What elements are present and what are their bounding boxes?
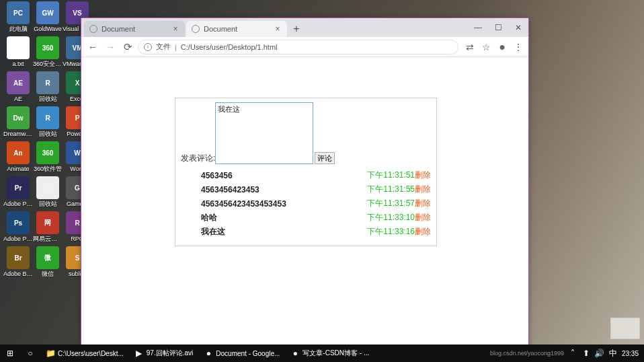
delete-link[interactable]: 删除 <box>415 170 431 181</box>
comment-time: 下午11:31:55 <box>367 184 415 195</box>
comment-text: 4563456423453453453 <box>181 199 315 209</box>
desktop-icon[interactable]: R回收站 <box>34 106 62 137</box>
taskbar-item[interactable]: ●写文章-CSDN博客 - ... <box>285 345 374 362</box>
comment-text: 我在这 <box>181 226 315 238</box>
addr-prefix: 文件 <box>156 42 171 52</box>
comment-text: 4563456423453 <box>181 185 315 194</box>
desktop-icon[interactable]: AnAnimate <box>4 141 32 172</box>
translate-icon[interactable]: ⇄ <box>464 41 476 53</box>
desktop-icon[interactable]: BrAdobe Bridge C <box>4 246 32 277</box>
desktop-icon[interactable]: PC此电脑 <box>4 1 32 32</box>
comment-form: 发表评论: 评论 <box>181 102 431 164</box>
window-controls: — ☐ ✕ <box>468 18 528 37</box>
minimize-button[interactable]: — <box>468 18 488 37</box>
comment-card: 发表评论: 评论 4563456下午11:31:51删除456345642345… <box>175 98 437 246</box>
comment-row: 我在这下午11:33:16删除 <box>181 225 431 239</box>
desktop-icon[interactable]: 网网易云音乐 <box>34 211 62 242</box>
close-icon[interactable]: × <box>274 25 282 33</box>
favicon-icon <box>192 25 200 33</box>
comment-time: 下午11:33:10 <box>367 212 415 223</box>
comment-row: 4563456下午11:31:51删除 <box>181 168 431 182</box>
tab-strip: Document × Document × + — ☐ ✕ <box>81 18 528 37</box>
delete-link[interactable]: 删除 <box>415 184 431 195</box>
close-icon[interactable]: × <box>171 25 179 33</box>
star-icon[interactable]: ☆ <box>480 41 492 53</box>
delete-link[interactable]: 删除 <box>415 198 431 209</box>
desktop-icon[interactable]: AEAE <box>4 71 32 102</box>
tab-document-1[interactable]: Document × <box>84 21 185 37</box>
tab-document-2[interactable]: Document × <box>186 21 287 37</box>
address-bar: ← → ⟳ i 文件 | C:/Users/user/Desktop/1.htm… <box>81 37 528 57</box>
menu-icon[interactable]: ⋮ <box>512 41 524 53</box>
comment-time: 下午11:33:16 <box>367 226 415 238</box>
desktop-icon[interactable]: GWGoldWave <box>34 1 62 32</box>
desktop-icon[interactable]: 微微信 <box>34 246 62 277</box>
delete-link[interactable]: 删除 <box>415 212 431 223</box>
favicon-icon <box>89 25 97 33</box>
browser-window: Document × Document × + — ☐ ✕ ← → ⟳ i 文件… <box>81 17 529 350</box>
start-button[interactable]: ⊞ <box>0 345 20 362</box>
desktop-icon[interactable]: PsAdobe Photosh <box>4 211 32 242</box>
tab-title: Document <box>102 25 135 33</box>
tab-title: Document <box>204 25 237 33</box>
clock-time[interactable]: 23:35 <box>622 350 639 357</box>
comment-textarea[interactable] <box>215 102 313 164</box>
volume-icon[interactable]: 🔊 <box>595 349 604 358</box>
comment-text: 哈哈 <box>181 212 315 223</box>
desktop-icon[interactable]: DwDreamweav <box>4 106 32 137</box>
system-tray: blog.csdn.net/yaocong1999 ˄ ⬆ 🔊 中 23:35 <box>490 349 644 358</box>
back-button[interactable]: ← <box>85 40 100 55</box>
desktop-icon[interactable]: 360360安全卫士 <box>34 36 62 67</box>
windows-icon: ⊞ <box>5 349 15 358</box>
addr-path: C:/Users/user/Desktop/1.html <box>181 43 278 51</box>
forward-button[interactable]: → <box>103 40 118 55</box>
comment-time: 下午11:31:51 <box>367 170 415 181</box>
submit-button[interactable]: 评论 <box>315 152 335 164</box>
comment-list: 4563456下午11:31:51删除4563456423453下午11:31:… <box>181 168 431 239</box>
comment-row: 4563456423453下午11:31:55删除 <box>181 182 431 196</box>
taskbar-item[interactable]: ▶97.回帖评论.avi <box>129 345 198 362</box>
delete-link[interactable]: 删除 <box>415 226 431 238</box>
maximize-button[interactable]: ☐ <box>488 18 508 37</box>
toolbar-right: ⇄ ☆ ● ⋮ <box>461 41 524 53</box>
desktop-icon[interactable]: ○回收站 <box>34 176 62 207</box>
form-label: 发表评论: <box>181 153 215 164</box>
omnibox[interactable]: i 文件 | C:/Users/user/Desktop/1.html <box>138 40 458 55</box>
search-button[interactable]: ○ <box>20 345 40 362</box>
comment-row: 哈哈下午11:33:10删除 <box>181 211 431 225</box>
comment-row: 4563456423453453453下午11:31:57删除 <box>181 196 431 211</box>
close-button[interactable]: ✕ <box>508 18 528 37</box>
desktop-icon[interactable]: 360360软件管 <box>34 141 62 172</box>
desktop-icon[interactable]: R回收站 <box>34 71 62 102</box>
tray-up-icon[interactable]: ˄ <box>568 349 577 358</box>
desktop-icon[interactable]: a.txt <box>4 36 32 67</box>
taskbar-item[interactable]: ●Document - Google... <box>198 345 285 362</box>
watermark: blog.csdn.net/yaocong1999 <box>490 350 564 357</box>
reload-button[interactable]: ⟳ <box>120 40 135 55</box>
comment-time: 下午11:31:57 <box>367 198 415 209</box>
tray-popup <box>610 318 640 339</box>
info-icon: i <box>144 43 152 51</box>
taskbar: ⊞ ○ 📁C:\Users\user\Deskt...▶97.回帖评论.avi●… <box>0 345 644 362</box>
network-icon[interactable]: ⬆ <box>581 349 591 358</box>
new-tab-button[interactable]: + <box>288 21 305 37</box>
desktop-icon[interactable]: PrAdobe Premie <box>4 176 32 207</box>
page-content: 发表评论: 评论 4563456下午11:31:51删除456345642345… <box>81 57 528 349</box>
taskbar-item[interactable]: 📁C:\Users\user\Deskt... <box>40 345 129 362</box>
ime-icon[interactable]: 中 <box>608 349 618 358</box>
user-icon[interactable]: ● <box>496 41 508 53</box>
comment-text: 4563456 <box>181 171 315 180</box>
search-icon: ○ <box>26 349 35 358</box>
